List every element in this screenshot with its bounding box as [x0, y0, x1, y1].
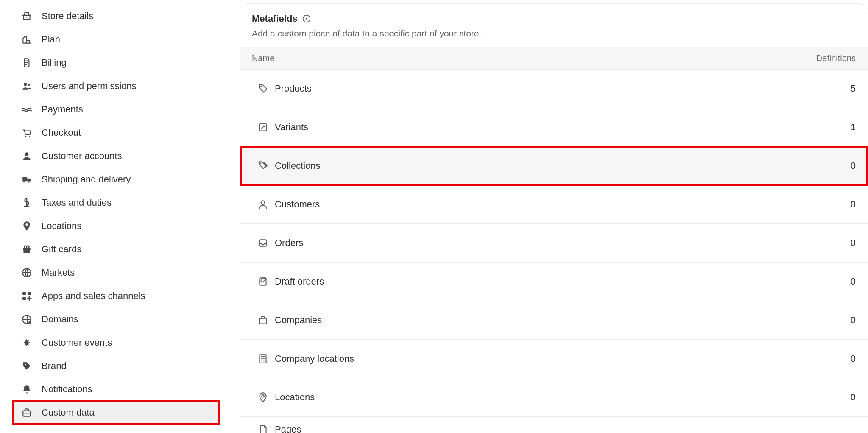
- customer-icon: [20, 150, 33, 162]
- sidebar-item-label: Notifications: [42, 384, 92, 395]
- tags-icon: [251, 160, 275, 171]
- sidebar-item-notifications[interactable]: Notifications: [13, 377, 219, 401]
- metafield-row-company-locations[interactable]: Company locations0: [240, 340, 868, 378]
- card-header: Metafields Add a custom piece of data to…: [240, 4, 868, 47]
- sidebar-item-label: Shipping and delivery: [42, 174, 131, 185]
- variant-icon: [251, 122, 275, 133]
- row-count: 0: [851, 353, 857, 364]
- draft-icon: [251, 276, 275, 287]
- row-name: Draft orders: [275, 276, 851, 287]
- store-icon: [20, 10, 33, 22]
- sidebar-item-store-details[interactable]: Store details: [13, 4, 219, 28]
- row-count: 0: [851, 199, 857, 210]
- users-icon: [20, 80, 33, 92]
- sidebar-item-label: Billing: [42, 57, 67, 68]
- svg-point-2: [306, 17, 307, 17]
- sidebar-item-shipping-and-delivery[interactable]: Shipping and delivery: [13, 168, 219, 191]
- metafield-row-pages[interactable]: Pages: [240, 417, 868, 433]
- sidebar-item-label: Custom data: [42, 407, 95, 418]
- metafield-row-products[interactable]: Products5: [240, 70, 868, 108]
- sidebar-item-label: Taxes and duties: [42, 197, 112, 208]
- plan-icon: [20, 33, 33, 46]
- row-count: 0: [851, 315, 857, 326]
- sidebar-item-users-and-permissions[interactable]: Users and permissions: [13, 74, 219, 98]
- payments-icon: [20, 103, 33, 116]
- brand-icon: [20, 360, 33, 372]
- sidebar-item-checkout[interactable]: Checkout: [13, 121, 219, 144]
- tag-icon: [251, 83, 275, 94]
- sidebar-item-taxes-and-duties[interactable]: Taxes and duties: [13, 191, 219, 214]
- customdata-icon: [20, 406, 33, 419]
- pin-outline-icon: [251, 392, 275, 403]
- inbox-icon: [251, 237, 275, 249]
- domains-icon: [20, 313, 33, 326]
- sidebar-item-label: Store details: [42, 11, 93, 22]
- sidebar-item-label: Domains: [42, 314, 78, 325]
- sidebar-item-billing[interactable]: Billing: [13, 51, 219, 74]
- row-name: Locations: [275, 392, 851, 403]
- sidebar-item-label: Gift cards: [42, 244, 81, 255]
- sidebar-item-markets[interactable]: Markets: [13, 261, 219, 284]
- sidebar-item-label: Brand: [42, 360, 67, 372]
- sidebar-item-locations[interactable]: Locations: [13, 214, 219, 237]
- sidebar-item-apps-and-sales-channels[interactable]: Apps and sales channels: [13, 284, 219, 307]
- briefcase-icon: [251, 315, 275, 326]
- row-count: 1: [851, 122, 857, 133]
- sidebar-item-plan[interactable]: Plan: [13, 28, 219, 51]
- globe-icon: [20, 266, 33, 279]
- metafields-card: Metafields Add a custom piece of data to…: [240, 3, 868, 433]
- column-header-name: Name: [252, 53, 816, 63]
- row-name: Variants: [275, 122, 851, 133]
- sidebar-item-payments[interactable]: Payments: [13, 98, 219, 121]
- metafield-row-orders[interactable]: Orders0: [240, 224, 868, 263]
- main-content: Metafields Add a custom piece of data to…: [223, 0, 868, 433]
- row-name: Companies: [275, 315, 851, 326]
- info-icon[interactable]: [302, 14, 311, 23]
- table-head: Name Definitions: [240, 47, 868, 70]
- column-header-definitions: Definitions: [816, 53, 856, 63]
- taxes-icon: [20, 196, 33, 209]
- metafield-row-locations[interactable]: Locations0: [240, 378, 868, 417]
- row-count: 0: [851, 392, 857, 403]
- settings-sidebar: Store detailsPlanBillingUsers and permis…: [0, 0, 223, 433]
- sidebar-item-brand[interactable]: Brand: [13, 354, 219, 377]
- sidebar-item-label: Payments: [42, 104, 83, 115]
- row-count: 0: [851, 276, 857, 287]
- sidebar-item-label: Users and permissions: [42, 81, 137, 92]
- sidebar-item-gift-cards[interactable]: Gift cards: [13, 237, 219, 261]
- metafield-row-collections[interactable]: Collections0: [240, 147, 868, 185]
- sidebar-item-label: Apps and sales channels: [42, 291, 145, 302]
- metafield-row-variants[interactable]: Variants1: [240, 108, 868, 147]
- row-name: Collections: [275, 160, 851, 171]
- page-icon: [251, 424, 275, 433]
- sidebar-item-label: Customer events: [42, 337, 112, 348]
- checkout-icon: [20, 126, 33, 139]
- metafield-row-draft-orders[interactable]: Draft orders0: [240, 263, 868, 301]
- sidebar-item-label: Checkout: [42, 127, 81, 138]
- sidebar-item-label: Locations: [42, 221, 81, 232]
- person-icon: [251, 199, 275, 210]
- sidebar-item-label: Plan: [42, 34, 60, 45]
- gift-icon: [20, 243, 33, 256]
- row-name: Customers: [275, 199, 851, 210]
- sidebar-item-domains[interactable]: Domains: [13, 307, 219, 331]
- row-count: 0: [851, 237, 857, 249]
- metafield-row-companies[interactable]: Companies0: [240, 301, 868, 340]
- sidebar-item-customer-events[interactable]: Customer events: [13, 331, 219, 354]
- building-icon: [251, 353, 275, 364]
- sidebar-item-custom-data[interactable]: Custom data: [13, 401, 219, 424]
- bell-icon: [20, 383, 33, 396]
- sidebar-item-label: Customer accounts: [42, 151, 122, 162]
- row-name: Company locations: [275, 353, 851, 364]
- events-icon: [20, 336, 33, 349]
- row-name: Pages: [275, 424, 857, 433]
- sidebar-item-customer-accounts[interactable]: Customer accounts: [13, 144, 219, 168]
- billing-icon: [20, 56, 33, 69]
- card-subtitle: Add a custom piece of data to a specific…: [252, 28, 856, 39]
- pin-icon: [20, 220, 33, 232]
- row-name: Orders: [275, 237, 851, 249]
- shipping-icon: [20, 173, 33, 186]
- apps-icon: [20, 290, 33, 302]
- metafield-row-customers[interactable]: Customers0: [240, 185, 868, 224]
- sidebar-item-label: Markets: [42, 267, 75, 278]
